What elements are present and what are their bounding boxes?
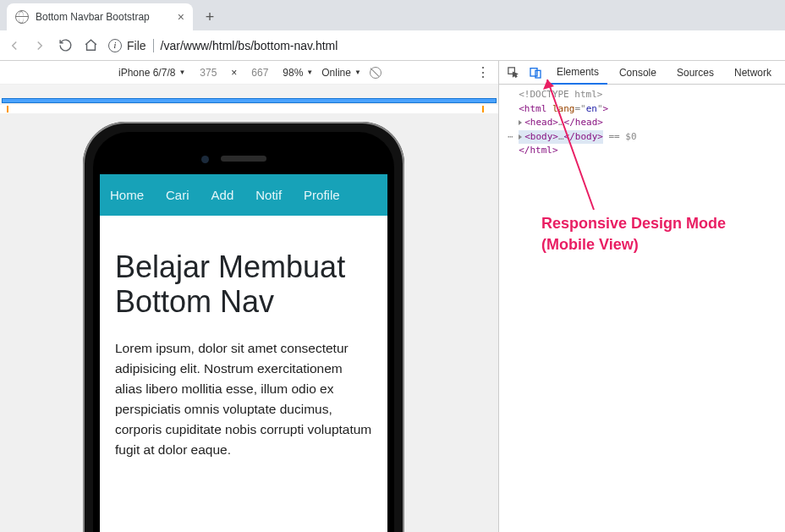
nav-home[interactable]: Home [110,188,144,202]
info-icon[interactable]: i [108,39,122,52]
app-navbar: Home Cari Add Notif Profile [100,174,387,216]
page-paragraph: Lorem ipsum, dolor sit amet consectetur … [115,338,372,460]
address-bar[interactable]: i File /var/www/html/bs/bottom-nav.html [108,39,338,52]
nav-profile[interactable]: Profile [304,188,340,202]
new-tab-button[interactable]: + [198,5,222,29]
dimension-x: × [231,67,237,79]
devtools-panel: Elements Console Sources Network <!DOCTY… [499,61,785,532]
inspect-element-icon[interactable] [504,63,523,82]
rotate-icon[interactable] [370,67,382,79]
phone-speaker-icon [221,156,266,162]
toggle-device-icon[interactable] [526,63,545,82]
phone-camera-icon [201,156,209,163]
page-heading: Belajar Membuat Bottom Nav [115,250,372,320]
url-separator [153,39,154,52]
zoom-select[interactable]: 98%▼ [283,67,313,79]
device-more-icon[interactable]: ⋮ [476,64,490,80]
back-button[interactable] [7,38,22,53]
svg-rect-1 [530,68,537,75]
svg-rect-2 [535,70,541,78]
close-icon[interactable]: × [178,10,184,24]
tab-sources[interactable]: Sources [668,61,722,85]
phone-frame: Home Cari Add Notif Profile Belajar Memb… [83,122,404,532]
browser-tab[interactable]: Bottom Navbar Bootstrap × [7,3,193,30]
reload-button[interactable] [58,38,73,53]
tab-elements[interactable]: Elements [548,61,607,85]
device-height-input[interactable]: 667 [245,67,274,79]
tab-title: Bottom Navbar Bootstrap [36,11,150,23]
device-mode-pane: iPhone 6/7/8▼ 375 × 667 98%▼ Online▼ ⋮ H… [0,61,499,532]
globe-icon [15,10,29,24]
dom-selected-suffix: == $0 [603,131,637,142]
forward-button[interactable] [32,38,47,53]
home-button[interactable] [83,38,98,53]
elements-tree[interactable]: <!DOCTYPE html> <html lang="en"> <head>…… [499,85,785,532]
nav-notif[interactable]: Notif [255,188,282,202]
annotation-label: Responsive Design Mode (Mobile View) [541,213,726,255]
url-path: /var/www/html/bs/bottom-nav.html [161,39,338,52]
devtools-tabbar: Elements Console Sources Network [499,61,785,85]
tab-network[interactable]: Network [726,61,780,85]
device-width-input[interactable]: 375 [194,67,222,79]
device-viewport: Home Cari Add Notif Profile Belajar Memb… [0,113,498,532]
ruler-breakpoints [0,85,498,105]
phone-screen: Home Cari Add Notif Profile Belajar Memb… [100,174,387,532]
ruler-ticks [0,105,498,113]
throttle-select[interactable]: Online▼ [321,67,361,79]
url-protocol: File [127,39,146,52]
device-select[interactable]: iPhone 6/7/8▼ [118,67,185,79]
nav-cari[interactable]: Cari [166,188,189,202]
browser-toolbar: i File /var/www/html/bs/bottom-nav.html [0,30,785,61]
tab-console[interactable]: Console [611,61,665,85]
device-toolbar: iPhone 6/7/8▼ 375 × 667 98%▼ Online▼ ⋮ [0,61,498,85]
nav-add[interactable]: Add [211,188,234,202]
browser-tab-strip: Bottom Navbar Bootstrap × + [0,0,785,30]
